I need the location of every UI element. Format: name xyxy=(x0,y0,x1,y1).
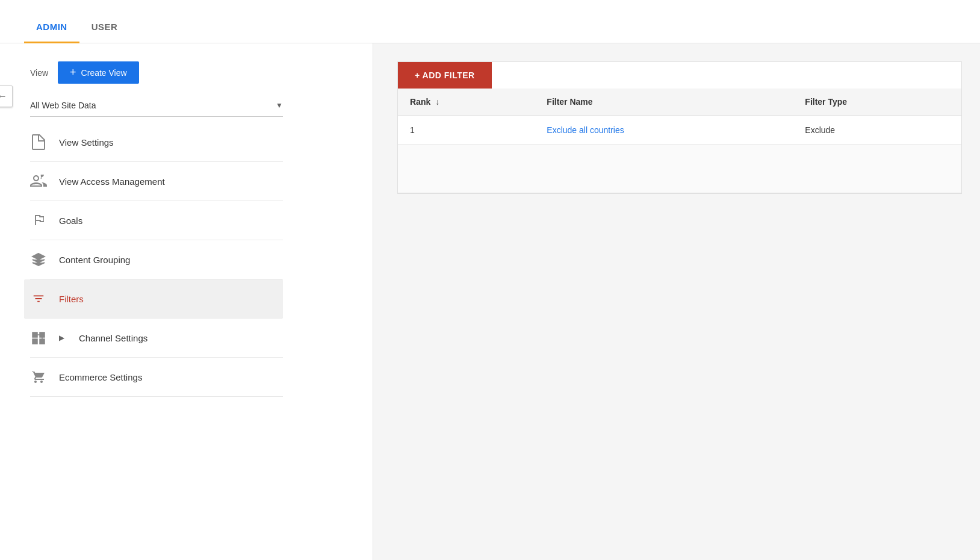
sidebar: ← View + Create View All Web Site Data ▼ xyxy=(0,43,373,560)
create-view-label: Create View xyxy=(81,68,127,78)
add-filter-button[interactable]: + ADD FILTER xyxy=(398,62,492,89)
view-dropdown[interactable]: All Web Site Data ▼ xyxy=(30,95,283,117)
content-area: + ADD FILTER Rank ↓ Filter Name Filter T… xyxy=(373,43,980,560)
sidebar-item-ecommerce-settings[interactable]: Ecommerce Settings xyxy=(30,358,283,397)
back-arrow-icon: ← xyxy=(0,91,7,102)
sidebar-item-content-grouping[interactable]: Content Grouping xyxy=(30,240,283,279)
tab-user[interactable]: USER xyxy=(79,22,130,43)
table-row: 1 Exclude all countries Exclude xyxy=(398,116,961,145)
filter-name-link[interactable]: Exclude all countries xyxy=(547,125,624,135)
rank-cell: 1 xyxy=(398,116,535,145)
flag-icon xyxy=(30,212,47,229)
main-layout: ← View + Create View All Web Site Data ▼ xyxy=(0,43,980,560)
document-icon xyxy=(30,134,47,151)
empty-row xyxy=(398,145,961,193)
tab-admin[interactable]: ADMIN xyxy=(24,22,79,43)
chevron-down-icon: ▼ xyxy=(276,101,283,110)
view-label: View xyxy=(30,68,48,78)
create-view-button[interactable]: + Create View xyxy=(58,61,139,84)
sidebar-item-channel-settings[interactable]: ▶ Channel Settings xyxy=(30,319,283,358)
people-icon xyxy=(30,173,47,190)
expand-icon: ▶ xyxy=(59,334,64,342)
filter-name-cell: Exclude all countries xyxy=(535,116,793,145)
sidebar-item-label: Goals xyxy=(59,216,82,226)
sidebar-item-label: View Access Management xyxy=(59,176,165,187)
sidebar-item-label: Channel Settings xyxy=(79,333,147,343)
svg-rect-2 xyxy=(33,339,37,344)
cart-icon xyxy=(30,369,47,385)
filter-panel: + ADD FILTER Rank ↓ Filter Name Filter T… xyxy=(397,61,962,194)
filter-type-cell: Exclude xyxy=(793,116,961,145)
filter-table: Rank ↓ Filter Name Filter Type 1 Exclude… xyxy=(398,89,961,193)
plus-icon: + xyxy=(70,66,76,79)
back-button[interactable]: ← xyxy=(0,86,13,107)
filter-name-column-header: Filter Name xyxy=(535,89,793,116)
channel-icon xyxy=(30,329,47,346)
svg-rect-0 xyxy=(33,332,37,337)
sidebar-item-view-settings[interactable]: View Settings xyxy=(30,123,283,162)
sidebar-item-label: Filters xyxy=(59,294,84,304)
sidebar-item-label: View Settings xyxy=(59,137,114,148)
filter-icon xyxy=(30,290,47,307)
sidebar-item-goals[interactable]: Goals xyxy=(30,201,283,240)
grouping-icon xyxy=(30,251,47,268)
filter-type-column-header: Filter Type xyxy=(793,89,961,116)
rank-column-header: Rank ↓ xyxy=(398,89,535,116)
sidebar-item-view-access-management[interactable]: View Access Management xyxy=(30,162,283,201)
tab-bar: ADMIN USER xyxy=(0,0,980,43)
nav-list: View Settings View Access Management xyxy=(30,123,283,397)
dropdown-value: All Web Site Data xyxy=(30,101,96,110)
sidebar-item-label: Content Grouping xyxy=(59,255,130,265)
sidebar-item-label: Ecommerce Settings xyxy=(59,372,142,382)
sidebar-item-filters[interactable]: Filters xyxy=(24,279,283,319)
svg-rect-1 xyxy=(40,332,45,337)
view-row: View + Create View xyxy=(30,61,373,84)
svg-rect-3 xyxy=(40,339,45,344)
sort-icon[interactable]: ↓ xyxy=(435,97,439,107)
table-header-row: Rank ↓ Filter Name Filter Type xyxy=(398,89,961,116)
